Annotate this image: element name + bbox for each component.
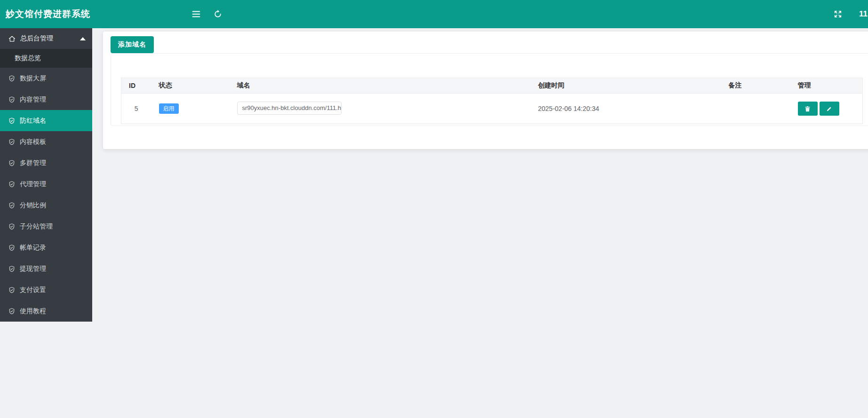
content-card: 添加域名 ID 状态 域名 创建时间 备注 管理 [103, 32, 868, 149]
sidebar-item-data-overview[interactable]: 数据总览 [0, 49, 92, 68]
fullscreen-icon[interactable] [832, 8, 844, 20]
cell-remark [721, 94, 790, 124]
shield-check-icon [8, 223, 16, 230]
shield-check-icon [8, 75, 16, 82]
sidebar-item-label: 内容模板 [20, 138, 46, 146]
shield-check-icon [8, 96, 16, 103]
column-header-status: 状态 [151, 78, 230, 94]
cell-id: 5 [121, 94, 151, 124]
column-header-created-at: 创建时间 [531, 78, 721, 94]
table-row: 5 启用 sr90yxuec.hn-bkt.clouddn.com/111.ht… [121, 94, 863, 124]
shield-check-icon [8, 308, 16, 315]
sidebar: 总后台管理 数据总览 数据大屏 内容管理 防红域名 内容模板 多群管理 代理管理… [0, 28, 92, 322]
refresh-icon[interactable] [212, 8, 224, 20]
sidebar-item-label: 多群管理 [20, 159, 46, 167]
sidebar-item-label: 数据大屏 [20, 74, 46, 83]
sidebar-item-label: 分销比例 [20, 201, 46, 210]
cell-manage [790, 94, 863, 124]
domains-table-wrap: ID 状态 域名 创建时间 备注 管理 5 启用 [121, 78, 863, 124]
sidebar-item-label: 支付设置 [20, 286, 46, 294]
cell-domain: sr90yxuec.hn-bkt.clouddn.com/111.htm [230, 94, 531, 124]
sidebar-item-content-template[interactable]: 内容模板 [0, 131, 92, 152]
sidebar-item-distribution-ratio[interactable]: 分销比例 [0, 195, 92, 216]
column-header-manage: 管理 [790, 78, 863, 94]
sidebar-item-withdraw-manage[interactable]: 提现管理 [0, 258, 92, 279]
sidebar-item-label: 代理管理 [20, 180, 46, 189]
column-header-remark: 备注 [721, 78, 790, 94]
shield-check-icon [8, 265, 16, 273]
app-title: 妙文馆付费进群系统 [6, 0, 90, 28]
shield-check-icon [8, 181, 16, 188]
status-badge: 启用 [159, 103, 179, 114]
chevron-up-icon [80, 37, 86, 40]
sidebar-item-label: 提现管理 [20, 265, 46, 273]
domain-value-box[interactable]: sr90yxuec.hn-bkt.clouddn.com/111.htm [237, 102, 342, 115]
sidebar-item-agent-manage[interactable]: 代理管理 [0, 174, 92, 195]
sidebar-group-backend-admin[interactable]: 总后台管理 [0, 28, 92, 49]
edit-button[interactable] [820, 102, 839, 116]
sidebar-item-label: 使用教程 [20, 307, 46, 315]
delete-button[interactable] [798, 102, 818, 116]
shield-check-icon [8, 202, 16, 209]
shield-check-icon [8, 138, 16, 146]
table-header-row: ID 状态 域名 创建时间 备注 管理 [121, 78, 863, 94]
domains-table: ID 状态 域名 创建时间 备注 管理 5 启用 [121, 78, 863, 124]
trash-icon [804, 105, 811, 112]
shield-check-icon [8, 159, 16, 167]
shield-check-icon [8, 286, 16, 294]
header-clock-text: 11 [859, 0, 868, 28]
add-domain-button[interactable]: 添加域名 [111, 36, 154, 53]
sidebar-item-label: 防红域名 [20, 117, 46, 125]
sidebar-item-content-manage[interactable]: 内容管理 [0, 89, 92, 110]
sidebar-item-label: 子分站管理 [20, 222, 53, 231]
cell-created-at: 2025-02-06 14:20:34 [531, 94, 721, 124]
sidebar-item-label: 数据总览 [15, 54, 41, 63]
sidebar-item-multi-group[interactable]: 多群管理 [0, 152, 92, 174]
home-icon [8, 35, 16, 43]
sidebar-item-antired-domain[interactable]: 防红域名 [0, 110, 92, 131]
column-header-domain: 域名 [230, 78, 531, 94]
sidebar-item-billing-records[interactable]: 帐单记录 [0, 237, 92, 258]
shield-check-icon [8, 244, 16, 252]
sidebar-item-tutorial[interactable]: 使用教程 [0, 300, 92, 322]
collapse-menu-icon[interactable] [190, 8, 202, 20]
column-header-id: ID [121, 78, 151, 94]
sidebar-item-label: 内容管理 [20, 95, 46, 104]
cell-status: 启用 [151, 94, 230, 124]
shield-check-icon [8, 117, 16, 125]
sidebar-group-label: 总后台管理 [20, 34, 53, 43]
sidebar-item-payment-settings[interactable]: 支付设置 [0, 279, 92, 300]
table-panel: ID 状态 域名 创建时间 备注 管理 5 启用 [111, 53, 868, 126]
sidebar-item-label: 帐单记录 [20, 244, 46, 252]
sidebar-item-data-screen[interactable]: 数据大屏 [0, 68, 92, 89]
app-header: 妙文馆付费进群系统 11 [0, 0, 868, 28]
sidebar-item-substation-manage[interactable]: 子分站管理 [0, 216, 92, 237]
pencil-icon [826, 105, 833, 112]
